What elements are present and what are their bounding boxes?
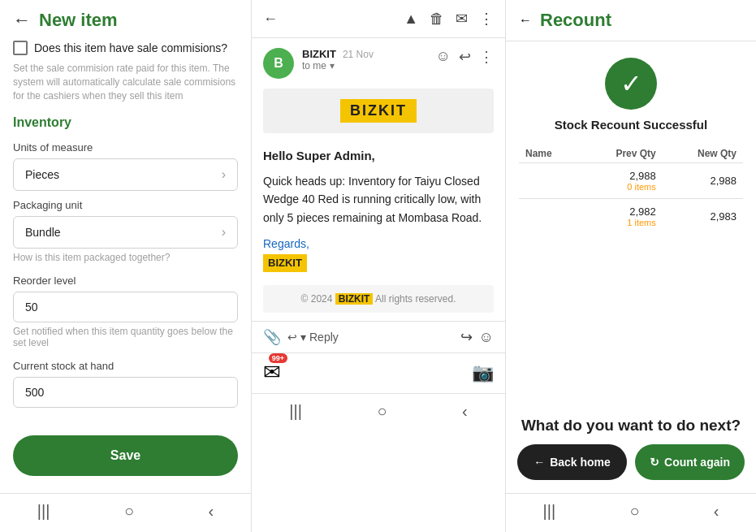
reorder-field-section: Reorder level Get notified when this ite… — [13, 275, 238, 348]
reorder-input[interactable] — [13, 292, 238, 322]
back-nav-icon[interactable]: ‹ — [209, 502, 214, 521]
email-panel: ← ▲ 🗑 ✉ ⋮ B BIZKIT 21 Nov to me ▾ ☺ ↩ ⋮ — [252, 0, 506, 532]
count-again-refresh-icon: ↻ — [650, 456, 659, 469]
footer-rights: All rights reserved. — [375, 293, 456, 305]
more-options-icon[interactable]: ⋮ — [479, 10, 494, 28]
email-greeting: Hello Super Admin, — [263, 146, 494, 166]
reply-button[interactable]: ↩ ▾ Reply — [287, 331, 339, 344]
email-back-arrow-icon[interactable]: ← — [263, 11, 278, 28]
next-question-text: What do you want to do next? — [506, 404, 756, 444]
units-field-section: Units of measure Pieces › — [13, 141, 238, 191]
reorder-label: Reorder level — [13, 275, 238, 287]
footer-bizkit-tag: BIZKIT — [335, 293, 374, 305]
table-row: 2,988 0 items 2,988 — [519, 163, 743, 199]
p2-header-icons: ▲ 🗑 ✉ ⋮ — [404, 10, 494, 28]
home-nav-icon[interactable]: ○ — [124, 502, 134, 521]
email-footer: © 2024 BIZKIT All rights reserved. — [263, 285, 494, 313]
email-compose-bar: 📎 ↩ ▾ Reply ↪ ☺ — [252, 321, 505, 353]
menu-nav-icon[interactable]: ||| — [37, 502, 50, 521]
email-bizkit-tag: BIZKIT — [263, 254, 307, 273]
badge-count: 99+ — [269, 353, 287, 363]
packaging-label: Packaging unit — [13, 199, 238, 211]
commisions-checkbox[interactable] — [13, 41, 28, 55]
sender-name: BIZKIT — [302, 48, 336, 60]
packaging-field-section: Packaging unit Bundle › How is this item… — [13, 199, 238, 263]
save-button[interactable]: Save — [13, 435, 238, 476]
p3-back-arrow-icon[interactable]: ← — [519, 13, 532, 28]
back-arrow-icon[interactable]: ← — [13, 10, 31, 31]
emoji-compose-icon[interactable]: ☺ — [479, 329, 494, 346]
stock-input[interactable] — [13, 377, 238, 408]
packaging-helper: How is this item packaged together? — [13, 252, 238, 263]
packaging-value: Bundle — [25, 226, 61, 239]
notification-badge[interactable]: ✉ 99+ — [263, 360, 281, 385]
units-picker[interactable]: Pieces › — [13, 158, 238, 191]
email-body-text: Quick heads up: Inventory for Taiyu Clos… — [263, 172, 494, 227]
units-label: Units of measure — [13, 141, 238, 154]
video-camera-icon[interactable]: 📷 — [472, 362, 494, 383]
recount-panel: ← Recount ✓ Stock Recount Successful Nam… — [506, 0, 756, 532]
avatar-initial: B — [274, 56, 283, 71]
p1-page-title: New item — [39, 10, 118, 31]
reorder-helper: Get notified when this item quantity goe… — [13, 326, 238, 348]
p3-actions: ← Back home ↻ Count again — [506, 444, 756, 493]
table-row: 2,982 1 items 2,983 — [519, 199, 743, 235]
avatar: B — [263, 48, 294, 79]
checkmark-icon: ✓ — [620, 68, 642, 99]
reply-icon[interactable]: ↩ — [459, 48, 471, 66]
sender-action-icons: ☺ ↩ ⋮ — [436, 48, 494, 66]
delete-icon[interactable]: 🗑 — [430, 11, 444, 28]
success-circle: ✓ — [605, 58, 657, 110]
p3-page-title: Recount — [540, 10, 611, 31]
recount-table: Name Prev Qty New Qty 2,988 0 items 2,98… — [519, 145, 743, 234]
email-action-icon[interactable]: ✉ — [456, 10, 468, 28]
success-icon-wrap: ✓ — [519, 58, 743, 110]
emoji-icon[interactable]: ☺ — [436, 48, 451, 66]
stock-field-section: Current stock at hand — [13, 360, 238, 411]
p2-navbar: ||| ○ ‹ — [252, 393, 505, 432]
attach-icon[interactable]: 📎 — [263, 328, 281, 346]
back-home-label: Back home — [550, 456, 611, 469]
compose-center: ↩ ▾ Reply — [287, 331, 454, 344]
p2-back-icon[interactable]: ‹ — [462, 402, 468, 421]
sender-chevron-icon[interactable]: ▾ — [330, 60, 335, 71]
row1-new-qty: 2,988 — [663, 163, 743, 199]
p3-back-icon[interactable]: ‹ — [714, 502, 719, 521]
p3-navbar: ||| ○ ‹ — [506, 493, 756, 532]
reply-dropdown-icon: ▾ — [300, 331, 306, 344]
row1-prev-qty: 2,988 0 items — [580, 163, 662, 199]
row2-prev-qty: 2,982 1 items — [580, 199, 662, 235]
sender-name-row: BIZKIT 21 Nov — [302, 48, 428, 60]
p3-content: ✓ Stock Recount Successful Name Prev Qty… — [506, 41, 756, 404]
p3-menu-icon[interactable]: ||| — [543, 502, 556, 521]
count-again-button[interactable]: ↻ Count again — [635, 444, 745, 480]
sender-info: BIZKIT 21 Nov to me ▾ — [302, 48, 428, 71]
row2-new-qty: 2,983 — [663, 199, 743, 235]
footer-copyright: © 2024 — [301, 293, 333, 305]
p2-home-icon[interactable]: ○ — [377, 402, 387, 421]
p2-header: ← ▲ 🗑 ✉ ⋮ — [252, 0, 505, 38]
p1-content: Does this item have sale commisions? Set… — [0, 41, 251, 493]
row2-name — [519, 199, 580, 235]
p2-menu-icon[interactable]: ||| — [289, 402, 302, 421]
stock-label: Current stock at hand — [13, 360, 238, 372]
packaging-chevron-icon: › — [222, 225, 226, 240]
email-banner: BIZKIT — [263, 89, 494, 133]
units-chevron-icon: › — [222, 167, 226, 182]
back-home-button[interactable]: ← Back home — [517, 444, 627, 480]
row1-name — [519, 163, 580, 199]
packaging-picker[interactable]: Bundle › — [13, 216, 238, 249]
email-body: Hello Super Admin, Quick heads up: Inven… — [252, 140, 505, 280]
email-sender-row: B BIZKIT 21 Nov to me ▾ ☺ ↩ ⋮ — [252, 38, 505, 89]
forward-icon[interactable]: ↪ — [460, 328, 473, 346]
p1-header: ← New item — [0, 0, 251, 41]
commisions-checkbox-row[interactable]: Does this item have sale commisions? — [13, 41, 238, 55]
more-icon[interactable]: ⋮ — [479, 48, 494, 66]
archive-icon[interactable]: ▲ — [404, 11, 418, 28]
recount-success-text: Stock Recount Successful — [519, 118, 743, 132]
count-again-label: Count again — [664, 456, 730, 469]
email-regards: Regards, BIZKIT — [263, 235, 494, 272]
p3-home-icon[interactable]: ○ — [629, 502, 639, 521]
bizkit-logo: BIZKIT — [340, 99, 417, 123]
table-header-prev: Prev Qty — [580, 145, 662, 163]
